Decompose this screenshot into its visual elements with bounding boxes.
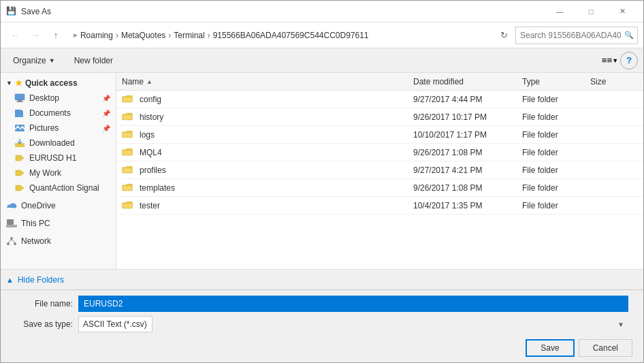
- sidebar-item-onedrive-label: OneDrive: [21, 201, 56, 210]
- file-name-config: config: [140, 95, 413, 104]
- folder-icon-tester: [122, 200, 135, 211]
- sidebar-item-eurusd[interactable]: EURUSD H1: [1, 151, 116, 165]
- sidebar-item-thispc[interactable]: This PC: [1, 216, 116, 231]
- pin-icon-desktop: 📌: [102, 95, 110, 102]
- breadcrumb-terminal[interactable]: Terminal: [174, 31, 204, 40]
- view-icon: ≡≡: [602, 55, 613, 65]
- file-date-config: 9/27/2017 4:44 PM: [413, 95, 522, 104]
- table-row[interactable]: config 9/27/2017 4:44 PM File folder: [116, 91, 643, 108]
- help-button[interactable]: ?: [620, 52, 638, 69]
- file-name-tester: tester: [140, 201, 413, 210]
- filetype-select[interactable]: ASCII Text (*.csv): [78, 316, 152, 332]
- refresh-button[interactable]: ↻: [495, 27, 513, 44]
- col-date[interactable]: Date modified: [413, 77, 522, 86]
- sidebar-item-quantaction-label: QuantAction Signal: [29, 183, 99, 193]
- table-row[interactable]: logs 10/10/2017 1:17 PM File folder: [116, 126, 643, 144]
- col-name[interactable]: Name ▲: [122, 77, 413, 86]
- file-name-templates: templates: [140, 183, 413, 193]
- sidebar-item-eurusd-label: EURUSD H1: [29, 153, 76, 163]
- svg-rect-8: [7, 219, 14, 225]
- quantaction-icon: [14, 183, 25, 193]
- new-folder-button[interactable]: New folder: [67, 52, 120, 69]
- svg-point-12: [7, 242, 10, 245]
- filelist-header: Name ▲ Date modified Type Size: [116, 73, 643, 91]
- quick-access-section: ▼ ★ Quick access Desktop 📌 Documents: [1, 76, 116, 195]
- pc-icon: [6, 218, 17, 229]
- sidebar-item-thispc-label: This PC: [21, 219, 50, 228]
- file-name-profiles: profiles: [140, 165, 413, 175]
- sidebar-item-pictures-label: Pictures: [29, 123, 59, 133]
- filetype-select-wrapper: ASCII Text (*.csv) ▼: [78, 316, 628, 332]
- svg-rect-17: [123, 114, 132, 119]
- sidebar-item-pictures[interactable]: Pictures 📌: [1, 121, 116, 136]
- maximize-button[interactable]: □: [575, 1, 607, 22]
- mywork-icon: [14, 168, 25, 178]
- svg-rect-16: [123, 97, 132, 101]
- sidebar-item-mywork[interactable]: My Work: [1, 165, 116, 180]
- search-input[interactable]: [515, 27, 638, 44]
- quick-access-header[interactable]: ▼ ★ Quick access: [1, 76, 116, 91]
- file-name-logs: logs: [140, 130, 413, 140]
- folder-icon-logs: [122, 129, 135, 140]
- folder-icon-mql4: [122, 147, 135, 158]
- table-row[interactable]: templates 9/26/2017 1:08 PM File folder: [116, 179, 643, 197]
- up-button[interactable]: ↑: [47, 27, 65, 44]
- sidebar-item-onedrive[interactable]: OneDrive: [1, 198, 116, 213]
- toolbar-right: ≡≡ ▼ ?: [601, 52, 638, 69]
- organize-button[interactable]: Organize ▼: [6, 52, 62, 69]
- sidebar-item-desktop[interactable]: Desktop 📌: [1, 91, 116, 106]
- sidebar-item-desktop-label: Desktop: [29, 93, 59, 103]
- breadcrumb[interactable]: ► Roaming › MetaQuotes › Terminal › 9155…: [67, 27, 492, 44]
- breadcrumb-id[interactable]: 915566BA06ADA407569C544CC0D97611: [213, 31, 369, 40]
- window-title: Save As: [21, 7, 544, 16]
- sidebar-item-network[interactable]: Network: [1, 234, 116, 249]
- minimize-button[interactable]: —: [544, 1, 575, 22]
- svg-rect-19: [123, 150, 132, 155]
- col-type[interactable]: Type: [522, 77, 590, 86]
- cancel-button[interactable]: Cancel: [579, 339, 632, 357]
- svg-rect-22: [123, 203, 132, 208]
- save-button[interactable]: Save: [526, 339, 574, 357]
- sidebar-item-network-label: Network: [21, 236, 51, 246]
- table-row[interactable]: history 9/26/2017 10:17 PM File folder: [116, 108, 643, 126]
- file-type-mql4: File folder: [522, 148, 590, 157]
- close-button[interactable]: ✕: [607, 1, 638, 22]
- breadcrumb-roaming[interactable]: Roaming: [80, 31, 113, 40]
- sidebar-item-quantaction[interactable]: QuantAction Signal: [1, 180, 116, 195]
- chevron-down-icon: ▼: [617, 321, 624, 328]
- svg-marker-4: [21, 110, 23, 112]
- pictures-icon: [14, 123, 25, 133]
- onedrive-icon: [6, 200, 17, 211]
- back-button[interactable]: ←: [6, 27, 24, 44]
- eurusd-icon: [14, 153, 25, 163]
- sidebar-item-downloaded[interactable]: Downloaded: [1, 136, 116, 151]
- hide-folders-bar[interactable]: ▲ Hide Folders: [1, 269, 643, 289]
- folder-icon-templates: [122, 183, 135, 193]
- filename-input[interactable]: [78, 296, 628, 312]
- breadcrumb-arrow: ►: [72, 31, 79, 39]
- view-button[interactable]: ≡≡ ▼: [601, 52, 619, 69]
- file-date-logs: 10/10/2017 1:17 PM: [413, 130, 522, 140]
- svg-rect-2: [16, 101, 23, 102]
- forward-button[interactable]: →: [27, 27, 44, 44]
- svg-rect-18: [123, 132, 132, 137]
- chevron-down-icon: ▼: [6, 80, 12, 86]
- file-date-mql4: 9/26/2017 1:08 PM: [413, 148, 522, 157]
- file-type-logs: File folder: [522, 130, 590, 140]
- sidebar-item-documents[interactable]: Documents 📌: [1, 106, 116, 121]
- file-type-tester: File folder: [522, 201, 590, 210]
- svg-rect-20: [123, 168, 132, 172]
- sidebar-item-mywork-label: My Work: [29, 168, 61, 178]
- desktop-icon: [14, 93, 25, 104]
- sort-arrow: ▲: [146, 78, 152, 85]
- network-section: Network: [1, 234, 116, 249]
- file-list: Name ▲ Date modified Type Size config 9/…: [116, 73, 643, 269]
- table-row[interactable]: MQL4 9/26/2017 1:08 PM File folder: [116, 144, 643, 161]
- filename-label: File name:: [12, 299, 73, 309]
- table-row[interactable]: profiles 9/27/2017 4:21 PM File folder: [116, 161, 643, 179]
- breadcrumb-metaquotes[interactable]: MetaQuotes: [121, 31, 165, 40]
- pin-icon-documents: 📌: [102, 110, 110, 117]
- pin-icon-pictures: 📌: [102, 125, 110, 132]
- table-row[interactable]: tester 10/4/2017 1:35 PM File folder: [116, 197, 643, 215]
- col-size[interactable]: Size: [590, 77, 638, 86]
